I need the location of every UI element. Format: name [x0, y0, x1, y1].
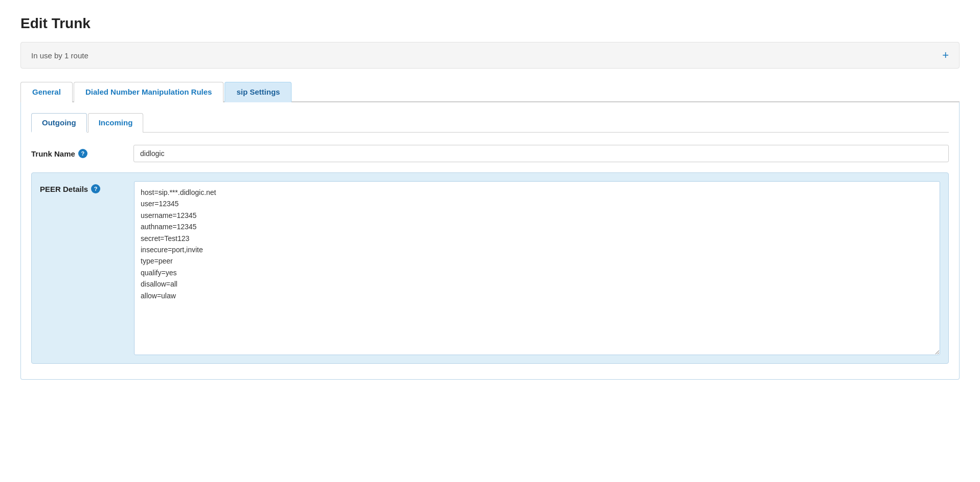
tab-general[interactable]: General: [20, 82, 73, 102]
subtab-incoming[interactable]: Incoming: [88, 113, 144, 133]
trunk-name-row: Trunk Name ?: [31, 145, 949, 162]
info-bar-text: In use by 1 route: [31, 51, 88, 60]
peer-details-help-icon[interactable]: ?: [91, 184, 100, 193]
tab-sip-settings[interactable]: sip Settings: [225, 82, 292, 102]
tab-dialed-number[interactable]: Dialed Number Manipulation Rules: [74, 82, 224, 102]
add-route-button[interactable]: +: [942, 50, 949, 61]
peer-details-row: PEER Details ?: [31, 172, 949, 364]
sub-tabs: Outgoing Incoming: [31, 113, 949, 133]
trunk-name-input[interactable]: [133, 145, 949, 162]
info-bar: In use by 1 route +: [20, 42, 960, 69]
peer-details-label: PEER Details ?: [40, 181, 134, 193]
tab-content: Outgoing Incoming Trunk Name ? PEER Deta…: [20, 102, 960, 380]
trunk-name-help-icon[interactable]: ?: [78, 149, 87, 158]
subtab-outgoing[interactable]: Outgoing: [31, 113, 87, 133]
trunk-name-label: Trunk Name ?: [31, 145, 133, 158]
peer-details-textarea[interactable]: [134, 181, 940, 355]
page-title: Edit Trunk: [20, 15, 960, 32]
main-tabs: General Dialed Number Manipulation Rules…: [20, 81, 960, 102]
